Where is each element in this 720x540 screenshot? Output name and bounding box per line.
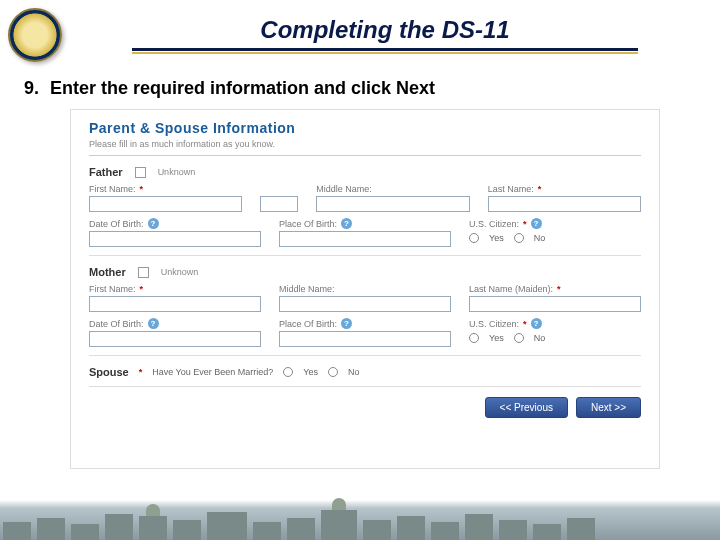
- mother-dob-label: Date Of Birth:?: [89, 318, 261, 329]
- spouse-label: Spouse: [89, 366, 129, 378]
- father-citizen-label: U.S. Citizen:*?: [469, 218, 641, 229]
- usna-seal-icon: [8, 8, 62, 62]
- father-label: Father: [89, 166, 123, 178]
- mother-citizen-no-radio[interactable]: [514, 333, 524, 343]
- father-pob-input[interactable]: [279, 231, 451, 247]
- father-first-name-label: First Name:*: [89, 184, 242, 194]
- help-icon[interactable]: ?: [341, 218, 352, 229]
- title-wrap: Completing the DS-11: [62, 16, 708, 54]
- help-icon[interactable]: ?: [531, 218, 542, 229]
- form-subtitle: Please fill in as much information as yo…: [89, 139, 641, 156]
- father-dob-label: Date Of Birth:?: [89, 218, 261, 229]
- mother-label: Mother: [89, 266, 126, 278]
- mother-first-name-input[interactable]: [89, 296, 261, 312]
- form-screenshot: Parent & Spouse Information Please fill …: [70, 109, 660, 469]
- instruction-line: 9. Enter the required information and cl…: [0, 62, 720, 109]
- father-middle-name-input[interactable]: [316, 196, 469, 212]
- father-last-name-label: Last Name:*: [488, 184, 641, 194]
- spouse-married-no-radio[interactable]: [328, 367, 338, 377]
- mother-dob-input[interactable]: [89, 331, 261, 347]
- divider: [89, 386, 641, 387]
- help-icon[interactable]: ?: [341, 318, 352, 329]
- mother-unknown-label: Unknown: [161, 267, 199, 277]
- form-title: Parent & Spouse Information: [89, 120, 641, 136]
- father-unknown-label: Unknown: [158, 167, 196, 177]
- father-citizen-yes-radio[interactable]: [469, 233, 479, 243]
- step-text: Enter the required information and click…: [50, 78, 435, 98]
- spouse-question: Have You Ever Been Married?: [152, 367, 273, 377]
- mother-unknown-checkbox[interactable]: [138, 267, 149, 278]
- father-unknown-checkbox[interactable]: [135, 167, 146, 178]
- father-dob-input[interactable]: [89, 231, 261, 247]
- mother-middle-name-label: Middle Name:: [279, 284, 451, 294]
- spouse-married-yes-radio[interactable]: [283, 367, 293, 377]
- father-pob-label: Place Of Birth:?: [279, 218, 451, 229]
- mother-citizen-yes-radio[interactable]: [469, 333, 479, 343]
- mother-citizen-label: U.S. Citizen:*?: [469, 318, 641, 329]
- mother-last-name-label: Last Name (Maiden):*: [469, 284, 641, 294]
- mother-middle-name-input[interactable]: [279, 296, 451, 312]
- father-citizen-no-radio[interactable]: [514, 233, 524, 243]
- step-number: 9.: [24, 78, 39, 98]
- mother-header: Mother Unknown: [89, 266, 641, 278]
- help-icon[interactable]: ?: [148, 318, 159, 329]
- father-middle-name-label: Middle Name:: [316, 184, 469, 194]
- spouse-row: Spouse * Have You Ever Been Married? Yes…: [89, 366, 641, 378]
- mother-pob-label: Place Of Birth:?: [279, 318, 451, 329]
- mother-pob-input[interactable]: [279, 331, 451, 347]
- title-underline: [132, 48, 638, 54]
- slide-title: Completing the DS-11: [62, 16, 708, 44]
- help-icon[interactable]: ?: [531, 318, 542, 329]
- father-suffix-input[interactable]: [260, 196, 298, 212]
- previous-button[interactable]: << Previous: [485, 397, 568, 418]
- next-button[interactable]: Next >>: [576, 397, 641, 418]
- father-first-name-input[interactable]: [89, 196, 242, 212]
- help-icon[interactable]: ?: [148, 218, 159, 229]
- slide-header: Completing the DS-11: [0, 0, 720, 62]
- father-last-name-input[interactable]: [488, 196, 641, 212]
- mother-last-name-input[interactable]: [469, 296, 641, 312]
- divider: [89, 255, 641, 256]
- father-header: Father Unknown: [89, 166, 641, 178]
- mother-first-name-label: First Name:*: [89, 284, 261, 294]
- footer-skyline: [0, 500, 720, 540]
- divider: [89, 355, 641, 356]
